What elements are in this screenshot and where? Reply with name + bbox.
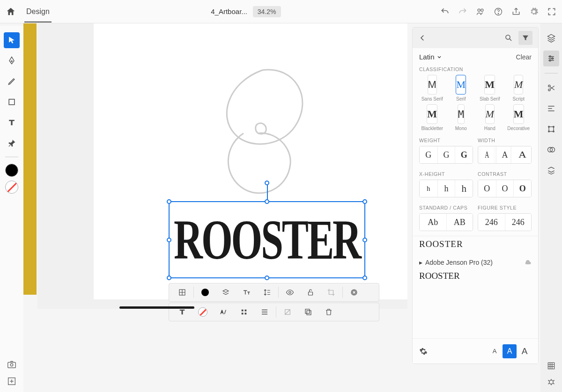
zoom-level[interactable]: 34.2% — [253, 6, 281, 17]
visibility-icon[interactable] — [280, 285, 300, 300]
effects-icon[interactable] — [277, 305, 298, 319]
repeat-icon[interactable] — [543, 162, 559, 178]
paragraph-icon[interactable] — [254, 305, 275, 319]
xheight-option-2[interactable]: h — [455, 180, 473, 197]
rotate-handle[interactable] — [265, 181, 269, 185]
caps-option-0[interactable]: Ab — [420, 214, 446, 231]
search-icon[interactable] — [504, 34, 513, 42]
close-context-icon[interactable] — [344, 285, 364, 300]
fullscreen-icon[interactable] — [547, 7, 556, 16]
stroke-color-swatch[interactable] — [5, 181, 18, 194]
resize-handle-tm[interactable] — [265, 199, 269, 204]
grid-icon[interactable] — [172, 285, 192, 300]
invite-icon[interactable] — [476, 7, 485, 16]
xheight-option-1[interactable]: h — [437, 180, 455, 197]
arrange-icon[interactable] — [215, 285, 236, 300]
settings-icon[interactable] — [529, 7, 539, 16]
figure-option-1[interactable]: 246 — [505, 214, 532, 231]
xheight-option-0[interactable]: h — [420, 180, 437, 197]
font-preview[interactable]: ROOSTER — [419, 236, 532, 254]
selected-text-frame[interactable]: ROOSTER — [169, 201, 365, 278]
place-image-icon[interactable] — [7, 376, 17, 386]
canvas-text[interactable]: ROOSTER — [174, 207, 360, 273]
font-family-row[interactable]: ▸ Adobe Jenson Pro (32) — [419, 254, 532, 268]
pathfinder-icon[interactable] — [543, 142, 559, 158]
section-label: STANDARD / CAPS — [419, 205, 473, 211]
canvas-area[interactable]: ROOSTER — [37, 23, 407, 309]
contrast-option-2[interactable]: O — [513, 180, 531, 197]
transform-icon[interactable] — [543, 121, 559, 137]
size-small-button[interactable]: A — [488, 344, 502, 358]
resize-handle-tr[interactable] — [362, 199, 367, 204]
contrast-option-1[interactable]: O — [496, 180, 514, 197]
type-tool[interactable] — [4, 115, 20, 131]
svg-rect-19 — [305, 309, 310, 313]
contrast-option-0[interactable]: O — [478, 180, 496, 197]
size-large-button[interactable]: A — [518, 344, 532, 358]
left-toolbar-bottom — [0, 359, 23, 386]
figure-option-0[interactable]: 246 — [478, 214, 505, 231]
delete-icon[interactable] — [318, 305, 339, 319]
classification-hand[interactable]: M — [485, 104, 495, 124]
duplicate-icon[interactable] — [298, 305, 318, 319]
language-dropdown[interactable]: Latin — [419, 53, 442, 61]
layers-icon[interactable] — [543, 30, 559, 46]
share-icon[interactable] — [511, 7, 521, 16]
resize-handle-br[interactable] — [362, 276, 367, 280]
line-spacing-icon[interactable] — [257, 285, 277, 300]
redo-icon[interactable] — [458, 7, 467, 16]
selection-tool[interactable] — [4, 32, 20, 48]
document-title[interactable]: 4_Artboar... — [211, 7, 247, 15]
weight-option-2[interactable]: G — [455, 146, 473, 163]
classification-sans-serif[interactable]: M — [428, 75, 437, 94]
lock-icon[interactable] — [300, 285, 321, 300]
kerning-icon[interactable] — [213, 305, 234, 319]
pin-tool[interactable] — [4, 135, 20, 151]
grid-toggle-icon[interactable] — [547, 361, 556, 370]
bug-icon[interactable] — [547, 377, 556, 386]
scissors-icon[interactable] — [543, 80, 559, 96]
gear-icon[interactable] — [419, 347, 428, 356]
properties-icon[interactable] — [543, 51, 559, 66]
snap-icon[interactable] — [234, 305, 254, 319]
back-icon[interactable] — [418, 34, 427, 42]
help-icon[interactable] — [494, 7, 503, 16]
shape-tool[interactable] — [4, 94, 20, 110]
resize-handle-bl[interactable] — [167, 276, 171, 280]
size-medium-button[interactable]: A — [503, 344, 517, 358]
font-results-list[interactable]: ROOSTER ▸ Adobe Jenson Pro (32) ROOSTER — [413, 236, 538, 338]
weight-option-1[interactable]: G — [437, 146, 455, 163]
type-size-icon[interactable] — [236, 285, 257, 300]
classification-serif[interactable]: M — [456, 75, 466, 94]
pen-tool[interactable] — [4, 53, 20, 69]
width-option-0[interactable]: A — [481, 146, 493, 163]
caps-option-1[interactable]: AB — [446, 214, 473, 231]
font-preview[interactable]: ROOSTER — [419, 268, 532, 286]
home-icon[interactable] — [6, 7, 16, 17]
mode-tab-design[interactable]: Design — [24, 1, 52, 22]
pencil-tool[interactable] — [4, 73, 20, 89]
classification-decorative[interactable]: M — [513, 104, 524, 124]
stroke-none-icon[interactable] — [192, 305, 213, 319]
align-icon[interactable] — [543, 101, 559, 116]
svg-rect-5 — [9, 99, 15, 105]
classification-mono[interactable]: M — [458, 104, 465, 124]
classification-blackletter[interactable]: M — [427, 104, 437, 124]
undo-icon[interactable] — [440, 7, 450, 16]
resize-handle-ml[interactable] — [167, 238, 171, 242]
fill-color-swatch[interactable] — [5, 164, 18, 177]
resize-handle-tl[interactable] — [167, 199, 171, 204]
clear-filters-button[interactable]: Clear — [516, 53, 532, 61]
filter-icon[interactable] — [518, 31, 532, 45]
resize-handle-mr[interactable] — [362, 238, 367, 242]
camera-icon[interactable] — [7, 359, 17, 370]
fill-icon[interactable] — [195, 285, 215, 300]
artboard[interactable]: ROOSTER — [94, 23, 407, 299]
weight-option-0[interactable]: G — [420, 146, 437, 163]
width-option-2[interactable]: A — [511, 146, 532, 163]
classification-script[interactable]: M — [514, 75, 523, 94]
resize-handle-bm[interactable] — [265, 276, 269, 280]
crop-icon[interactable] — [321, 285, 341, 300]
chip-label: Script — [512, 96, 525, 102]
classification-slab-serif[interactable]: M — [484, 75, 495, 94]
